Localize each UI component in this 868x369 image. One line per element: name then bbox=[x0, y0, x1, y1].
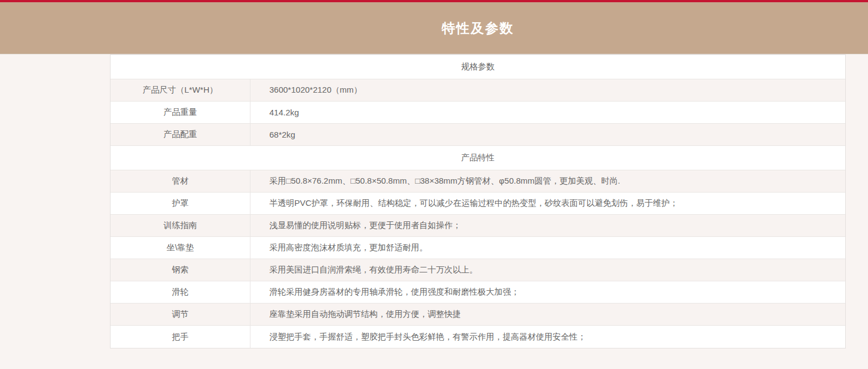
row-value: 3600*1020*2120（mm） bbox=[250, 79, 845, 101]
row-label: 滑轮 bbox=[111, 281, 250, 303]
table-section-header-specs: 规格参数 bbox=[111, 55, 845, 79]
table-row: 把手 浸塑把手套，手握舒适，塑胶把手封头色彩鲜艳，有警示作用，提高器材使用安全性… bbox=[111, 326, 845, 348]
row-value: 浅显易懂的使用说明贴标，更便于使用者自如操作； bbox=[250, 215, 845, 236]
table-row: 产品尺寸（L*W*H） 3600*1020*2120（mm） bbox=[111, 79, 845, 102]
table-section-header-features: 产品特性 bbox=[111, 146, 845, 170]
row-label: 钢索 bbox=[111, 259, 250, 281]
section-banner: 特性及参数 bbox=[0, 2, 868, 54]
row-value: 座靠垫采用自动拖动调节结构，使用方便，调整快捷 bbox=[250, 304, 845, 325]
banner-inner: 特性及参数 bbox=[110, 2, 846, 54]
spec-table: 规格参数 产品尺寸（L*W*H） 3600*1020*2120（mm） 产品重量… bbox=[110, 54, 846, 348]
row-label: 调节 bbox=[111, 304, 250, 325]
row-value: 采用美国进口自润滑索绳，有效使用寿命二十万次以上。 bbox=[250, 259, 845, 281]
page-title: 特性及参数 bbox=[442, 19, 514, 37]
row-value: 采用□50.8×76.2mm、□50.8×50.8mm、□38×38mm方钢管材… bbox=[250, 170, 845, 192]
table-row: 产品配重 68*2kg bbox=[111, 124, 845, 146]
table-row: 滑轮 滑轮采用健身房器材的专用轴承滑轮，使用强度和耐磨性极大加强； bbox=[111, 281, 845, 304]
table-row: 护罩 半透明PVC护罩，环保耐用、结构稳定，可以减少在运输过程中的热变型，砂纹表… bbox=[111, 193, 845, 215]
row-label: 产品重量 bbox=[111, 102, 250, 123]
section-header-label: 规格参数 bbox=[461, 62, 495, 72]
row-label: 训练指南 bbox=[111, 215, 250, 236]
table-row: 钢索 采用美国进口自润滑索绳，有效使用寿命二十万次以上。 bbox=[111, 259, 845, 281]
table-row: 调节 座靠垫采用自动拖动调节结构，使用方便，调整快捷 bbox=[111, 304, 845, 326]
row-value: 414.2kg bbox=[250, 102, 845, 123]
section-header-label: 产品特性 bbox=[461, 153, 495, 163]
row-label: 管材 bbox=[111, 170, 250, 192]
table-row: 管材 采用□50.8×76.2mm、□50.8×50.8mm、□38×38mm方… bbox=[111, 170, 845, 193]
row-label: 产品配重 bbox=[111, 124, 250, 145]
table-row: 训练指南 浅显易懂的使用说明贴标，更便于使用者自如操作； bbox=[111, 215, 845, 237]
content-area: 规格参数 产品尺寸（L*W*H） 3600*1020*2120（mm） 产品重量… bbox=[110, 54, 846, 348]
row-value: 采用高密度泡沫材质填充，更加舒适耐用。 bbox=[250, 237, 845, 259]
table-row: 坐\靠垫 采用高密度泡沫材质填充，更加舒适耐用。 bbox=[111, 237, 845, 259]
row-value: 滑轮采用健身房器材的专用轴承滑轮，使用强度和耐磨性极大加强； bbox=[250, 281, 845, 303]
table-row: 产品重量 414.2kg bbox=[111, 102, 845, 124]
row-value: 68*2kg bbox=[250, 124, 845, 145]
row-label: 坐\靠垫 bbox=[111, 237, 250, 259]
row-value: 浸塑把手套，手握舒适，塑胶把手封头色彩鲜艳，有警示作用，提高器材使用安全性； bbox=[250, 326, 845, 348]
row-label: 把手 bbox=[111, 326, 250, 348]
row-label: 产品尺寸（L*W*H） bbox=[111, 79, 250, 101]
row-value: 半透明PVC护罩，环保耐用、结构稳定，可以减少在运输过程中的热变型，砂纹表面可以… bbox=[250, 193, 845, 214]
row-label: 护罩 bbox=[111, 193, 250, 214]
